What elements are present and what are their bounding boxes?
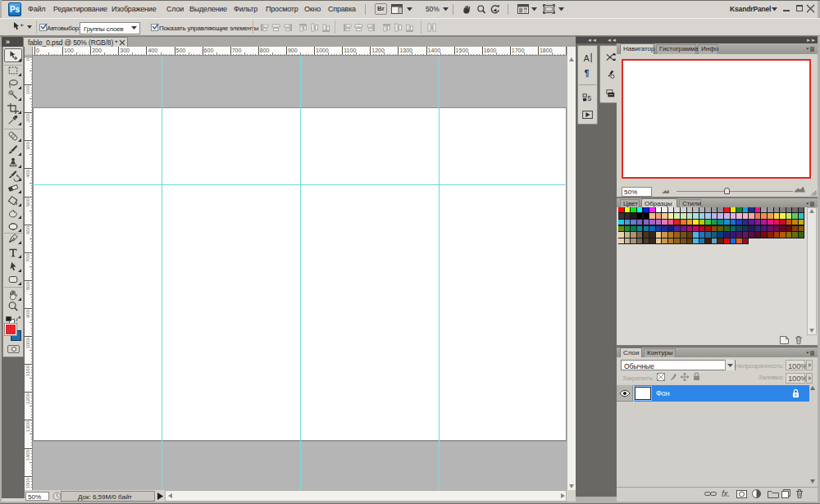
svg-text:5: 5 [588, 94, 592, 102]
svg-text:A: A [584, 53, 590, 63]
svg-text:¶: ¶ [585, 69, 590, 78]
